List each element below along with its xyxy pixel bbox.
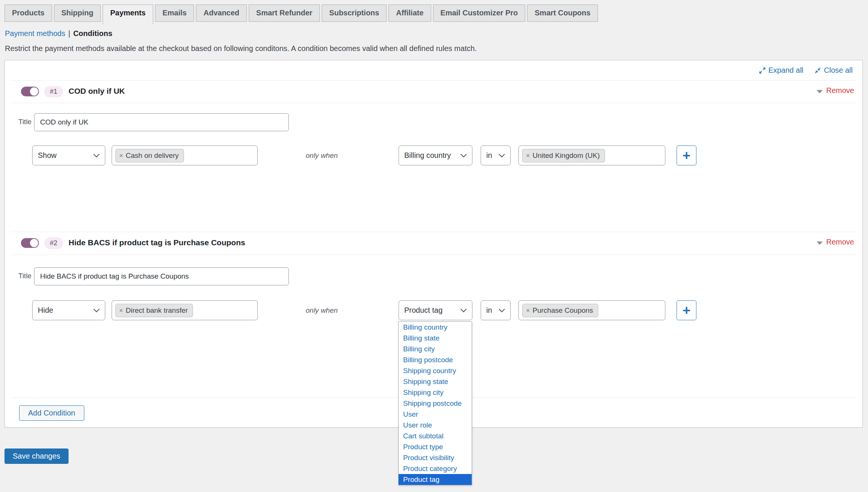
only-when-label: only when xyxy=(306,146,338,165)
action-select-value: Hide xyxy=(38,306,53,315)
dropdown-option-billing-city[interactable]: Billing city xyxy=(399,344,472,354)
dropdown-option-product-category[interactable]: Product category xyxy=(399,463,472,474)
tab-subscriptions[interactable]: Subscriptions xyxy=(322,4,387,22)
toggle-knob xyxy=(30,87,38,96)
condition-2-attribute-select[interactable]: Product tag xyxy=(399,300,472,320)
dropdown-option-shipping-state[interactable]: Shipping state xyxy=(399,376,472,387)
condition-1-payment-methods-box[interactable]: ×Cash on delivery xyxy=(112,146,258,165)
tab-shipping[interactable]: Shipping xyxy=(54,4,101,22)
value-tag-label: United Kingdom (UK) xyxy=(533,152,600,160)
condition-1-operator-select[interactable]: in xyxy=(481,146,511,165)
attribute-select-value: Billing country xyxy=(404,151,451,160)
payment-method-tag-label: Direct bank transfer xyxy=(126,306,188,315)
condition-2-title-row: Title xyxy=(5,267,862,285)
remove-tag-icon[interactable]: × xyxy=(119,152,123,159)
condition-1-enabled-toggle[interactable] xyxy=(21,87,39,96)
payment-method-tag-label: Cash on delivery xyxy=(126,152,179,160)
attribute-select-value: Product tag xyxy=(404,306,442,315)
condition-1-title-input[interactable] xyxy=(34,113,289,131)
chevron-down-icon xyxy=(499,309,505,312)
tab-emails[interactable]: Emails xyxy=(155,4,194,22)
tab-email-customizer-pro[interactable]: Email Customizer Pro xyxy=(433,4,526,22)
expand-all-link[interactable]: Expand all xyxy=(759,66,803,75)
operator-select-value: in xyxy=(486,306,492,315)
panel-links: Expand all Close all xyxy=(759,60,862,80)
dropdown-option-user[interactable]: User xyxy=(399,409,472,420)
dropdown-option-shipping-country[interactable]: Shipping country xyxy=(399,365,472,376)
save-changes-button[interactable]: Save changes xyxy=(4,448,69,464)
close-all-link[interactable]: Close all xyxy=(814,66,853,75)
condition-2-header: #2 Hide BACS if product tag is Purchase … xyxy=(5,232,862,254)
dropdown-option-shipping-city[interactable]: Shipping city xyxy=(399,387,472,398)
dropdown-option-product-tag[interactable]: Product tag xyxy=(399,474,472,485)
condition-2-enabled-toggle[interactable] xyxy=(21,238,39,248)
tab-smart-coupons[interactable]: Smart Coupons xyxy=(527,4,598,22)
condition-2-add-rule-button[interactable]: + xyxy=(677,300,696,320)
condition-1-remove-link[interactable]: Remove xyxy=(826,86,854,95)
condition-1-values-box[interactable]: ×United Kingdom (UK) xyxy=(518,146,665,165)
condition-2-rule-row: Hide ×Direct bank transfer only when Pro… xyxy=(5,300,862,320)
remove-tag-icon[interactable]: × xyxy=(526,307,530,314)
chevron-down-icon xyxy=(93,309,100,312)
condition-1-action-select[interactable]: Show xyxy=(32,146,105,165)
title-label: Title xyxy=(18,272,31,280)
dropdown-option-billing-postcode[interactable]: Billing postcode xyxy=(399,354,472,365)
condition-2-number-badge: #2 xyxy=(44,237,63,249)
condition-1-rule-row: Show ×Cash on delivery only when Billing… xyxy=(5,146,862,165)
remove-tag-icon[interactable]: × xyxy=(119,307,123,314)
action-select-value: Show xyxy=(38,151,57,160)
attribute-dropdown-list: Billing countryBilling stateBilling city… xyxy=(398,321,472,485)
condition-2-operator-select[interactable]: in xyxy=(481,300,511,320)
condition-2-collapse-caret-icon[interactable] xyxy=(817,242,823,245)
condition-2-action-select[interactable]: Hide xyxy=(32,300,105,320)
page-description: Restrict the payment methods available a… xyxy=(5,44,477,53)
condition-1-name: COD only if UK xyxy=(69,87,125,96)
add-condition-button[interactable]: Add Condition xyxy=(19,405,84,421)
payment-method-tag: ×Cash on delivery xyxy=(115,149,184,162)
tab-products[interactable]: Products xyxy=(4,4,52,22)
condition-1-collapse-caret-icon[interactable] xyxy=(817,90,823,93)
divider xyxy=(10,255,857,255)
condition-1-header: #1 COD only if UK Remove xyxy=(5,80,862,103)
payment-method-tag: ×Direct bank transfer xyxy=(115,304,193,317)
chevron-down-icon xyxy=(499,154,505,158)
condition-1-add-rule-button[interactable]: + xyxy=(677,146,696,165)
dropdown-option-product-visibility[interactable]: Product visibility xyxy=(399,452,472,463)
only-when-label: only when xyxy=(306,300,338,320)
condition-2-name: Hide BACS if product tag is Purchase Cou… xyxy=(69,238,245,247)
title-label: Title xyxy=(18,118,31,126)
subnav-link-payment-methods[interactable]: Payment methods xyxy=(5,29,65,38)
dropdown-option-user-role[interactable]: User role xyxy=(399,420,472,430)
operator-select-value: in xyxy=(486,151,492,160)
chevron-down-icon xyxy=(93,154,100,158)
remove-tag-icon[interactable]: × xyxy=(526,152,530,159)
breadcrumb: Payment methods|Conditions xyxy=(5,29,112,38)
tab-smart-refunder[interactable]: Smart Refunder xyxy=(249,4,320,22)
value-tag: ×Purchase Coupons xyxy=(522,304,598,317)
condition-2-title-input[interactable] xyxy=(34,267,289,285)
chevron-down-icon xyxy=(460,309,467,312)
close-all-icon xyxy=(814,67,821,74)
subnav-current-conditions: Conditions xyxy=(73,29,112,38)
tab-advanced[interactable]: Advanced xyxy=(196,4,247,22)
condition-1-attribute-select[interactable]: Billing country xyxy=(399,146,472,165)
dropdown-option-cart-subtotal[interactable]: Cart subtotal xyxy=(399,430,472,441)
dropdown-option-shipping-postcode[interactable]: Shipping postcode xyxy=(399,398,472,409)
close-all-label: Close all xyxy=(824,66,853,75)
value-tag-label: Purchase Coupons xyxy=(533,306,593,315)
dropdown-option-billing-country[interactable]: Billing country xyxy=(399,322,472,333)
condition-2-payment-methods-box[interactable]: ×Direct bank transfer xyxy=(112,300,258,320)
expand-all-icon xyxy=(759,67,766,74)
tab-payments[interactable]: Payments xyxy=(103,4,153,24)
divider xyxy=(10,103,857,103)
condition-2-values-box[interactable]: ×Purchase Coupons xyxy=(518,300,665,320)
dropdown-option-billing-state[interactable]: Billing state xyxy=(399,333,472,344)
dropdown-option-product-type[interactable]: Product type xyxy=(399,441,472,452)
tab-affiliate[interactable]: Affiliate xyxy=(388,4,431,22)
condition-1-number-badge: #1 xyxy=(44,86,63,98)
chevron-down-icon xyxy=(460,154,467,158)
tab-bar: ProductsShippingPaymentsEmailsAdvancedSm… xyxy=(4,4,600,24)
condition-2-remove-link[interactable]: Remove xyxy=(826,238,854,246)
value-tag: ×United Kingdom (UK) xyxy=(522,149,605,162)
toggle-knob xyxy=(30,239,38,247)
